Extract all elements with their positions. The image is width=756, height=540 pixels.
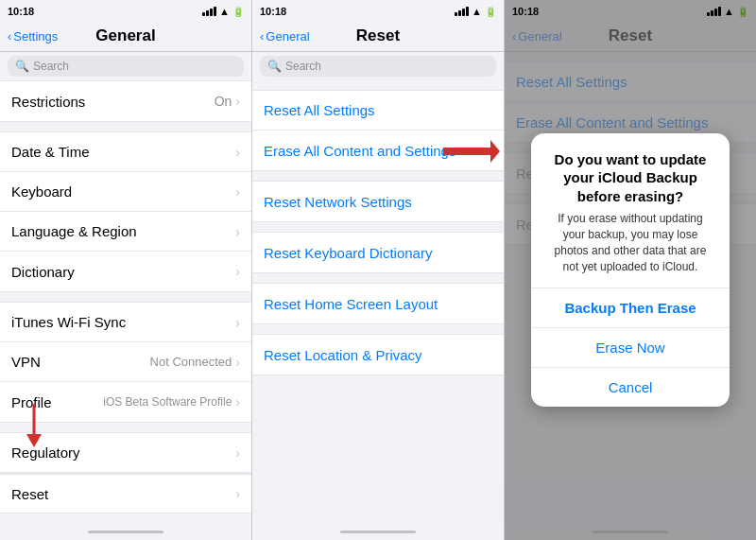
reset-home-label: Reset Home Screen Layout xyxy=(264,296,438,312)
chevron-icon: › xyxy=(235,264,240,279)
gap-r5 xyxy=(252,324,504,334)
profile-value: iOS Beta Software Profile xyxy=(103,395,232,409)
chevron-icon: › xyxy=(235,394,240,409)
panel-reset: 10:18 ▲ 🔋 ‹ General Reset 🔍 Search xyxy=(252,0,505,540)
nav-bar-2: ‹ General Reset xyxy=(252,23,504,52)
reset-label: Reset xyxy=(11,486,48,502)
list-item-language[interactable]: Language & Region › xyxy=(0,212,251,252)
nav-bar-1: ‹ Settings General xyxy=(0,23,251,52)
red-down-arrow-icon xyxy=(21,402,47,449)
home-bar-1 xyxy=(88,531,163,533)
restrictions-group: Restrictions On › xyxy=(0,80,251,122)
home-indicator-1 xyxy=(0,523,251,540)
list-item-itunes[interactable]: iTunes Wi-Fi Sync › xyxy=(0,303,251,342)
reset-network-label: Reset Network Settings xyxy=(264,194,412,210)
restrictions-right: On › xyxy=(215,94,240,109)
gap-4 xyxy=(0,514,251,523)
chevron-icon: › xyxy=(235,445,240,461)
reset-location-label: Reset Location & Privacy xyxy=(264,347,422,363)
status-icons-2: ▲ 🔋 xyxy=(455,6,496,17)
home-bar-2 xyxy=(340,531,416,533)
back-label-2: General xyxy=(266,29,309,44)
chevron-icon: › xyxy=(235,315,240,330)
gap-r4 xyxy=(252,273,504,283)
list-item-reset-location[interactable]: Reset Location & Privacy xyxy=(252,335,504,375)
gap-1 xyxy=(0,122,251,131)
red-right-arrow-icon xyxy=(443,140,500,163)
datetime-label: Date & Time xyxy=(11,144,90,160)
list-item-reset[interactable]: Reset › xyxy=(0,473,251,513)
dialog-overlay: Do you want to update your iCloud Backup… xyxy=(505,0,756,540)
cancel-button[interactable]: Cancel xyxy=(531,368,730,407)
back-button-1[interactable]: ‹ Settings xyxy=(8,29,58,44)
reset-location-group: Reset Location & Privacy xyxy=(252,334,504,375)
backup-then-erase-button[interactable]: Backup Then Erase xyxy=(531,288,730,328)
home-indicator-2 xyxy=(252,523,504,540)
gap-r3 xyxy=(252,222,504,232)
language-label: Language & Region xyxy=(11,223,137,239)
search-icon-1: 🔍 xyxy=(15,60,29,73)
status-bar-2: 10:18 ▲ 🔋 xyxy=(252,0,504,23)
status-bar-1: 10:18 ▲ 🔋 xyxy=(0,0,251,23)
svg-marker-1 xyxy=(443,140,500,163)
list-item-reset-home[interactable]: Reset Home Screen Layout xyxy=(252,284,504,323)
reset-network-group: Reset Network Settings xyxy=(252,181,504,222)
down-arrow-annotation xyxy=(21,402,47,449)
icloud-dialog: Do you want to update your iCloud Backup… xyxy=(531,133,730,408)
gap-r1 xyxy=(252,80,504,90)
reset-keyboard-label: Reset Keyboard Dictionary xyxy=(264,245,432,261)
nav-title-2: Reset xyxy=(356,26,400,45)
search-placeholder-2: Search xyxy=(285,60,321,73)
panel-reset-dialog: 10:18 ▲ 🔋 ‹ General Reset Reset All xyxy=(505,0,756,540)
svg-marker-0 xyxy=(26,434,42,447)
list-item-reset-keyboard[interactable]: Reset Keyboard Dictionary xyxy=(252,233,504,272)
list-item-vpn[interactable]: VPN Not Connected › xyxy=(0,342,251,382)
dialog-title: Do you want to update your iCloud Backup… xyxy=(531,133,730,212)
restrictions-label: Restrictions xyxy=(11,94,85,110)
list-item-restrictions[interactable]: Restrictions On › xyxy=(0,81,251,121)
list-item-reset-all[interactable]: Reset All Settings xyxy=(252,91,504,131)
gap-r2 xyxy=(252,171,504,181)
list-item-dictionary[interactable]: Dictionary › xyxy=(0,252,251,291)
list-item-reset-network[interactable]: Reset Network Settings xyxy=(252,182,504,221)
dialog-body: If you erase without updating your backu… xyxy=(531,211,730,287)
search-icon-2: 🔍 xyxy=(267,60,282,73)
keyboard-label: Keyboard xyxy=(11,183,72,200)
vpn-value: Not Connected xyxy=(150,355,232,369)
erase-now-button[interactable]: Erase Now xyxy=(531,328,730,368)
list-item-datetime[interactable]: Date & Time › xyxy=(0,132,251,172)
back-label-1: Settings xyxy=(13,29,58,44)
battery-icon-2: 🔋 xyxy=(485,7,496,17)
erase-all-label: Erase All Content and Settings xyxy=(264,143,455,159)
datetime-group: Date & Time › Keyboard › Language & Regi… xyxy=(0,131,251,292)
chevron-icon: › xyxy=(235,145,240,160)
restrictions-value: On xyxy=(215,94,232,109)
search-bar-2: 🔍 Search xyxy=(252,52,504,80)
chevron-icon: › xyxy=(235,184,240,200)
wifi-icon: ▲ xyxy=(219,6,230,17)
back-button-2[interactable]: ‹ General xyxy=(260,29,310,44)
search-field-2[interactable]: 🔍 Search xyxy=(260,56,496,77)
panel-general: 10:18 ▲ 🔋 ‹ Settings General 🔍 Search xyxy=(0,0,252,540)
list-item-keyboard[interactable]: Keyboard › xyxy=(0,172,251,212)
time-2: 10:18 xyxy=(260,6,286,17)
search-placeholder-1: Search xyxy=(33,60,69,73)
reset-all-label: Reset All Settings xyxy=(264,102,375,118)
chevron-left-icon-2: ‹ xyxy=(260,29,264,44)
chevron-icon: › xyxy=(235,224,240,239)
gap-2 xyxy=(0,292,251,302)
chevron-left-icon-1: ‹ xyxy=(8,29,11,44)
search-field-1[interactable]: 🔍 Search xyxy=(8,56,244,77)
vpn-label: VPN xyxy=(11,354,41,370)
chevron-icon: › xyxy=(235,486,240,501)
signal-icon xyxy=(202,7,216,16)
status-icons-1: ▲ 🔋 xyxy=(202,6,244,17)
chevron-icon: › xyxy=(235,355,240,370)
red-arrow-annotation xyxy=(443,140,500,163)
chevron-right-icon: › xyxy=(235,94,240,109)
time-1: 10:18 xyxy=(8,6,34,17)
battery-icon: 🔋 xyxy=(232,7,244,17)
reset-keyboard-group: Reset Keyboard Dictionary xyxy=(252,232,504,273)
signal-icon-2 xyxy=(455,7,469,16)
settings-list-1: Restrictions On › Date & Time › Keyboard… xyxy=(0,80,251,523)
